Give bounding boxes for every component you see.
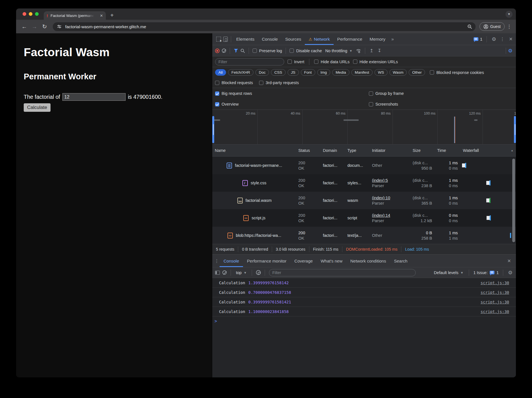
inspect-element-icon[interactable] [216,37,221,41]
close-window-button[interactable] [23,12,26,16]
network-conditions-icon[interactable] [356,49,361,53]
address-bar[interactable]: factorial-wasm-permanent-worker.glitch.m… [53,22,476,31]
search-icon[interactable] [240,49,245,53]
reload-button[interactable]: ↻ [40,23,49,30]
minimize-window-button[interactable] [29,12,32,16]
group-by-frame-checkbox[interactable]: Group by frame [369,91,513,96]
chip-img[interactable]: Img [317,69,330,76]
console-settings-gear-icon[interactable]: ⚙ [507,270,513,276]
settings-gear-icon[interactable]: ⚙ [491,36,497,42]
hide-extension-urls-checkbox[interactable]: Hide extension URLs [353,60,398,64]
devtools-menu-icon[interactable]: ⋮ [500,36,505,42]
tab-close-icon[interactable]: ✕ [100,14,103,18]
column-header-status[interactable]: Status [296,145,320,156]
new-tab-button[interactable]: + [110,12,114,18]
console-sidebar-icon[interactable] [215,271,220,275]
preserve-log-checkbox[interactable]: Preserve log [253,49,282,53]
tab-memory[interactable]: Memory [366,33,389,45]
console-filter-input[interactable] [269,269,416,276]
column-header-name[interactable]: Name [212,145,296,156]
tab-console[interactable]: Console [258,33,282,45]
tab-elements[interactable]: Elements [233,33,258,45]
network-filter-input[interactable] [215,58,284,65]
invert-checkbox[interactable]: Invert [288,60,304,64]
calculate-button[interactable]: Calculate [24,103,51,112]
tab-search-button[interactable]: ▾ [505,11,513,18]
browser-tab[interactable]: ! Factorial Wasm (permanent W ✕ [44,11,106,20]
issues-counter[interactable]: 1 [474,37,482,41]
console-message[interactable]: Calculation 1.399999976158142 script.js:… [212,278,516,288]
drawer-tab-performance-monitor[interactable]: Performance monitor [243,255,290,267]
chip-font[interactable]: Font [301,69,315,76]
url-text[interactable]: factorial-wasm-permanent-worker.glitch.m… [65,24,146,29]
console-message[interactable]: Calculation 1.100000023841858 script.js:… [212,307,516,316]
source-link[interactable]: script.js:30 [481,281,509,285]
table-row[interactable]: script.js 200OK factori... script (index… [212,209,516,227]
drawer-tab-console[interactable]: Console [220,255,243,267]
initiator-link[interactable]: (index):10 [372,196,408,200]
more-tabs-icon[interactable]: » [389,37,396,42]
chip-doc[interactable]: Doc [255,69,269,76]
network-settings-gear-icon[interactable]: ⚙ [507,48,513,54]
source-link[interactable]: script.js:30 [481,290,509,295]
filter-funnel-icon[interactable] [234,49,238,53]
clear-console-icon[interactable] [222,270,227,275]
blocked-requests-checkbox[interactable]: Blocked requests [215,80,253,85]
hide-data-urls-checkbox[interactable]: Hide data URLs [314,60,349,64]
tab-network[interactable]: ⚠ Network [305,33,333,45]
chip-other[interactable]: Other [409,69,425,76]
tab-sources[interactable]: Sources [282,33,305,45]
browser-menu-icon[interactable]: ⋮ [506,24,512,30]
initiator-link[interactable]: (index):5 [372,178,408,183]
table-row[interactable]: factorial-wasm-permane... 200OK factori.… [212,157,516,174]
table-scrollbar[interactable] [512,159,515,242]
maximize-window-button[interactable] [35,12,39,16]
forward-button[interactable]: → [30,23,39,30]
overview-left-handle[interactable] [212,116,214,143]
network-overview-timeline[interactable]: 20 ms 40 ms 60 ms 80 ms 100 ms 120 ms 14… [212,110,516,145]
big-request-rows-checkbox[interactable]: Big request rows [215,91,369,96]
chip-all[interactable]: All [215,69,226,76]
column-header-waterfall[interactable]: Waterfall ▲ [460,145,516,156]
table-row[interactable]: factorial.wasm 200OK factori... wasm (in… [212,192,516,209]
screenshots-checkbox[interactable]: Screenshots [369,102,513,106]
drawer-tab-search[interactable]: Search [390,255,411,267]
profile-button[interactable]: Guest [480,22,505,31]
zoom-icon[interactable] [467,24,472,29]
overview-right-handle[interactable] [514,116,516,143]
drawer-close-icon[interactable]: ✕ [506,258,512,264]
log-levels-dropdown[interactable]: Default levels▼ [433,270,465,275]
chip-media[interactable]: Media [332,69,349,76]
chip-css[interactable]: CSS [271,69,286,76]
clear-requests-button[interactable] [222,49,226,53]
disable-cache-checkbox[interactable]: Disable cache [290,49,322,53]
chip-wasm[interactable]: Wasm [389,69,407,76]
chip-ws[interactable]: WS [375,69,387,76]
record-button[interactable] [215,49,220,53]
console-message[interactable]: Calculation 0.3999999761581421 script.js… [212,297,516,307]
live-expression-eye-icon[interactable] [256,270,261,275]
column-header-time[interactable]: Time [435,145,460,156]
context-dropdown[interactable]: top▼ [235,270,248,275]
device-toolbar-icon[interactable] [223,37,228,42]
throttling-dropdown[interactable]: No throttling▼ [324,49,353,53]
table-row[interactable]: style.css 200OK factori... styles... (in… [212,174,516,192]
console-issues-counter[interactable]: 1 Issue: 1 [473,270,499,275]
console-prompt[interactable]: > [212,316,516,326]
column-header-domain[interactable]: Domain [320,145,345,156]
site-settings-icon[interactable] [56,23,62,30]
source-link[interactable]: script.js:30 [481,309,509,314]
column-header-type[interactable]: Type [345,145,369,156]
factorial-input[interactable] [62,93,126,101]
drawer-tab-network-conditions[interactable]: Network conditions [346,255,390,267]
tab-performance[interactable]: Performance [334,33,366,45]
chip-manifest[interactable]: Manifest [351,69,373,76]
chip-js[interactable]: JS [288,69,299,76]
third-party-requests-checkbox[interactable]: 3rd-party requests [259,80,299,85]
back-button[interactable]: ← [20,23,29,30]
table-row[interactable]: blob:https://factorial-wa... 200OK facto… [212,227,516,244]
initiator-link[interactable]: (index):14 [372,213,408,218]
overview-checkbox[interactable]: Overview [215,102,369,106]
source-link[interactable]: script.js:30 [481,300,509,304]
drawer-menu-icon[interactable]: ⋮ [214,258,220,264]
